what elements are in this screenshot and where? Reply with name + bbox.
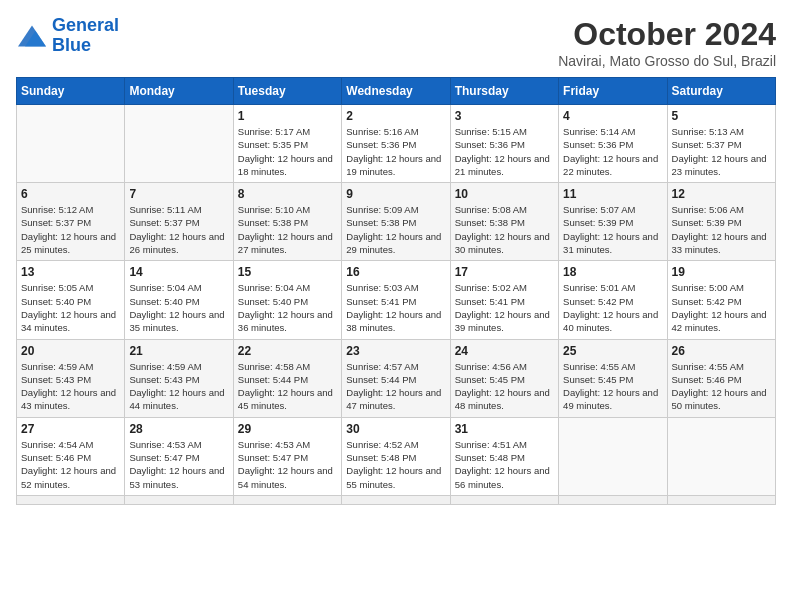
calendar-cell: 20Sunrise: 4:59 AM Sunset: 5:43 PM Dayli…: [17, 339, 125, 417]
day-detail: Sunrise: 4:56 AM Sunset: 5:45 PM Dayligh…: [455, 360, 554, 413]
calendar-cell: 13Sunrise: 5:05 AM Sunset: 5:40 PM Dayli…: [17, 261, 125, 339]
calendar-cell: [667, 495, 775, 504]
calendar-cell: [125, 105, 233, 183]
day-detail: Sunrise: 4:58 AM Sunset: 5:44 PM Dayligh…: [238, 360, 337, 413]
logo-text: General Blue: [52, 16, 119, 56]
day-detail: Sunrise: 5:09 AM Sunset: 5:38 PM Dayligh…: [346, 203, 445, 256]
day-detail: Sunrise: 5:16 AM Sunset: 5:36 PM Dayligh…: [346, 125, 445, 178]
day-detail: Sunrise: 5:11 AM Sunset: 5:37 PM Dayligh…: [129, 203, 228, 256]
day-number: 23: [346, 344, 445, 358]
day-detail: Sunrise: 4:57 AM Sunset: 5:44 PM Dayligh…: [346, 360, 445, 413]
calendar-cell: 2Sunrise: 5:16 AM Sunset: 5:36 PM Daylig…: [342, 105, 450, 183]
month-title: October 2024: [558, 16, 776, 53]
day-number: 8: [238, 187, 337, 201]
day-number: 1: [238, 109, 337, 123]
calendar-cell: 4Sunrise: 5:14 AM Sunset: 5:36 PM Daylig…: [559, 105, 667, 183]
logo-general: General: [52, 15, 119, 35]
day-detail: Sunrise: 5:15 AM Sunset: 5:36 PM Dayligh…: [455, 125, 554, 178]
calendar-row: 13Sunrise: 5:05 AM Sunset: 5:40 PM Dayli…: [17, 261, 776, 339]
calendar-cell: 29Sunrise: 4:53 AM Sunset: 5:47 PM Dayli…: [233, 417, 341, 495]
location: Navirai, Mato Grosso do Sul, Brazil: [558, 53, 776, 69]
calendar-cell: 12Sunrise: 5:06 AM Sunset: 5:39 PM Dayli…: [667, 183, 775, 261]
day-number: 27: [21, 422, 120, 436]
day-detail: Sunrise: 5:01 AM Sunset: 5:42 PM Dayligh…: [563, 281, 662, 334]
day-number: 25: [563, 344, 662, 358]
day-number: 18: [563, 265, 662, 279]
day-detail: Sunrise: 5:10 AM Sunset: 5:38 PM Dayligh…: [238, 203, 337, 256]
weekday-header-row: SundayMondayTuesdayWednesdayThursdayFrid…: [17, 78, 776, 105]
calendar-cell: 21Sunrise: 4:59 AM Sunset: 5:43 PM Dayli…: [125, 339, 233, 417]
calendar-cell: 23Sunrise: 4:57 AM Sunset: 5:44 PM Dayli…: [342, 339, 450, 417]
day-number: 31: [455, 422, 554, 436]
day-number: 22: [238, 344, 337, 358]
day-detail: Sunrise: 5:13 AM Sunset: 5:37 PM Dayligh…: [672, 125, 771, 178]
weekday-header: Wednesday: [342, 78, 450, 105]
day-detail: Sunrise: 5:04 AM Sunset: 5:40 PM Dayligh…: [238, 281, 337, 334]
calendar-cell: 25Sunrise: 4:55 AM Sunset: 5:45 PM Dayli…: [559, 339, 667, 417]
day-number: 2: [346, 109, 445, 123]
day-detail: Sunrise: 5:02 AM Sunset: 5:41 PM Dayligh…: [455, 281, 554, 334]
day-number: 4: [563, 109, 662, 123]
day-number: 17: [455, 265, 554, 279]
calendar-cell: [559, 495, 667, 504]
calendar-row: [17, 495, 776, 504]
calendar-cell: 15Sunrise: 5:04 AM Sunset: 5:40 PM Dayli…: [233, 261, 341, 339]
logo-blue: Blue: [52, 35, 91, 55]
day-number: 14: [129, 265, 228, 279]
day-number: 24: [455, 344, 554, 358]
calendar-cell: [450, 495, 558, 504]
weekday-header: Thursday: [450, 78, 558, 105]
day-number: 15: [238, 265, 337, 279]
calendar-cell: 19Sunrise: 5:00 AM Sunset: 5:42 PM Dayli…: [667, 261, 775, 339]
calendar-cell: 9Sunrise: 5:09 AM Sunset: 5:38 PM Daylig…: [342, 183, 450, 261]
calendar-cell: 14Sunrise: 5:04 AM Sunset: 5:40 PM Dayli…: [125, 261, 233, 339]
day-number: 26: [672, 344, 771, 358]
day-number: 28: [129, 422, 228, 436]
day-detail: Sunrise: 5:00 AM Sunset: 5:42 PM Dayligh…: [672, 281, 771, 334]
day-number: 7: [129, 187, 228, 201]
day-detail: Sunrise: 4:55 AM Sunset: 5:46 PM Dayligh…: [672, 360, 771, 413]
calendar-cell: [125, 495, 233, 504]
calendar-cell: 16Sunrise: 5:03 AM Sunset: 5:41 PM Dayli…: [342, 261, 450, 339]
day-detail: Sunrise: 4:51 AM Sunset: 5:48 PM Dayligh…: [455, 438, 554, 491]
weekday-header: Sunday: [17, 78, 125, 105]
day-number: 29: [238, 422, 337, 436]
calendar-cell: 24Sunrise: 4:56 AM Sunset: 5:45 PM Dayli…: [450, 339, 558, 417]
calendar-cell: 26Sunrise: 4:55 AM Sunset: 5:46 PM Dayli…: [667, 339, 775, 417]
day-detail: Sunrise: 4:55 AM Sunset: 5:45 PM Dayligh…: [563, 360, 662, 413]
day-detail: Sunrise: 5:06 AM Sunset: 5:39 PM Dayligh…: [672, 203, 771, 256]
calendar-cell: 11Sunrise: 5:07 AM Sunset: 5:39 PM Dayli…: [559, 183, 667, 261]
calendar-cell: 30Sunrise: 4:52 AM Sunset: 5:48 PM Dayli…: [342, 417, 450, 495]
calendar-row: 20Sunrise: 4:59 AM Sunset: 5:43 PM Dayli…: [17, 339, 776, 417]
calendar: SundayMondayTuesdayWednesdayThursdayFrid…: [16, 77, 776, 505]
day-number: 16: [346, 265, 445, 279]
day-detail: Sunrise: 5:12 AM Sunset: 5:37 PM Dayligh…: [21, 203, 120, 256]
day-number: 12: [672, 187, 771, 201]
day-detail: Sunrise: 4:54 AM Sunset: 5:46 PM Dayligh…: [21, 438, 120, 491]
day-number: 21: [129, 344, 228, 358]
calendar-cell: 8Sunrise: 5:10 AM Sunset: 5:38 PM Daylig…: [233, 183, 341, 261]
weekday-header: Saturday: [667, 78, 775, 105]
weekday-header: Friday: [559, 78, 667, 105]
day-detail: Sunrise: 5:04 AM Sunset: 5:40 PM Dayligh…: [129, 281, 228, 334]
day-detail: Sunrise: 4:52 AM Sunset: 5:48 PM Dayligh…: [346, 438, 445, 491]
calendar-cell: 10Sunrise: 5:08 AM Sunset: 5:38 PM Dayli…: [450, 183, 558, 261]
title-block: October 2024 Navirai, Mato Grosso do Sul…: [558, 16, 776, 69]
calendar-cell: 22Sunrise: 4:58 AM Sunset: 5:44 PM Dayli…: [233, 339, 341, 417]
calendar-row: 27Sunrise: 4:54 AM Sunset: 5:46 PM Dayli…: [17, 417, 776, 495]
day-detail: Sunrise: 5:08 AM Sunset: 5:38 PM Dayligh…: [455, 203, 554, 256]
calendar-cell: 18Sunrise: 5:01 AM Sunset: 5:42 PM Dayli…: [559, 261, 667, 339]
weekday-header: Monday: [125, 78, 233, 105]
day-detail: Sunrise: 5:05 AM Sunset: 5:40 PM Dayligh…: [21, 281, 120, 334]
day-number: 30: [346, 422, 445, 436]
calendar-cell: [17, 495, 125, 504]
calendar-cell: [342, 495, 450, 504]
logo: General Blue: [16, 16, 119, 56]
calendar-cell: 3Sunrise: 5:15 AM Sunset: 5:36 PM Daylig…: [450, 105, 558, 183]
day-number: 20: [21, 344, 120, 358]
calendar-cell: 1Sunrise: 5:17 AM Sunset: 5:35 PM Daylig…: [233, 105, 341, 183]
weekday-header: Tuesday: [233, 78, 341, 105]
day-detail: Sunrise: 4:59 AM Sunset: 5:43 PM Dayligh…: [129, 360, 228, 413]
day-number: 11: [563, 187, 662, 201]
day-detail: Sunrise: 4:53 AM Sunset: 5:47 PM Dayligh…: [238, 438, 337, 491]
